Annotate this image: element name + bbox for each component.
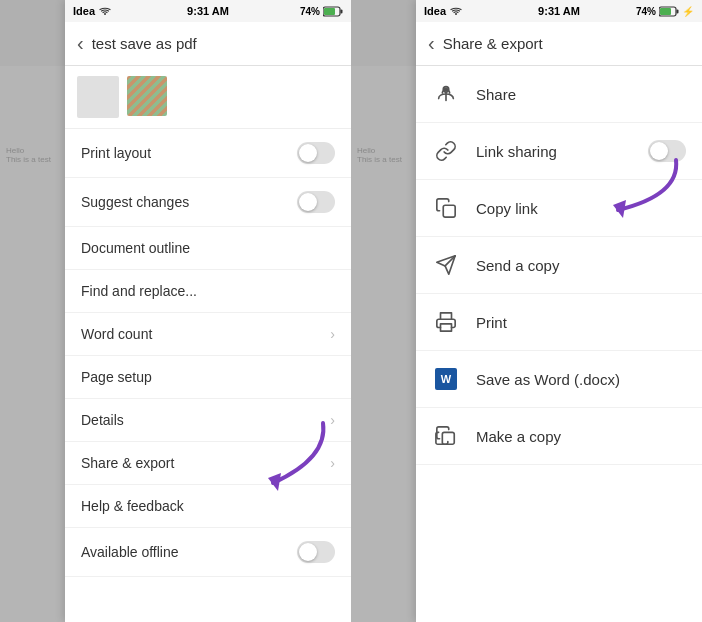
right-back-button[interactable]: ‹: [428, 32, 435, 55]
word-count-chevron: ›: [330, 326, 335, 342]
word-count-label: Word count: [81, 326, 152, 342]
share-item-send-copy[interactable]: Send a copy: [416, 237, 702, 294]
menu-item-find-replace[interactable]: Find and replace...: [65, 270, 351, 313]
link-icon: [432, 137, 460, 165]
right-doc-background: Hello This is a test: [351, 66, 416, 622]
suggest-changes-toggle[interactable]: [297, 191, 335, 213]
charging-indicator: ⚡: [682, 6, 694, 17]
copy-link-icon: [432, 194, 460, 222]
share-item-print[interactable]: Print: [416, 294, 702, 351]
right-top-bar: ‹ Share & export: [416, 22, 702, 66]
right-carrier: Idea: [424, 5, 462, 17]
left-doc-background: Hello This is a test: [0, 66, 65, 622]
share-item-save-word[interactable]: W Save as Word (.docx): [416, 351, 702, 408]
right-menu-list: Share Link sharing: [416, 66, 702, 465]
menu-item-share-export[interactable]: Share & export ›: [65, 442, 351, 485]
send-copy-icon: [432, 251, 460, 279]
right-wifi-icon: [450, 6, 462, 16]
right-battery-icon: [659, 6, 679, 17]
share-export-chevron: ›: [330, 455, 335, 471]
link-sharing-label: Link sharing: [476, 143, 648, 160]
left-panel: Hello This is a test Idea 9:31 AM 74%: [0, 0, 351, 622]
svg-point-7: [445, 88, 448, 91]
make-copy-label: Make a copy: [476, 428, 686, 445]
send-copy-label: Send a copy: [476, 257, 686, 274]
available-offline-label: Available offline: [81, 544, 179, 560]
svg-rect-5: [677, 9, 679, 13]
svg-rect-13: [441, 324, 452, 331]
right-battery-info: 74% ⚡: [636, 6, 694, 17]
print-icon: [432, 308, 460, 336]
menu-item-available-offline[interactable]: Available offline: [65, 528, 351, 577]
print-label: Print: [476, 314, 686, 331]
left-top-bar: ‹ test save as pdf: [65, 22, 351, 66]
wifi-icon: [99, 6, 111, 16]
suggest-changes-label: Suggest changes: [81, 194, 189, 210]
battery-percent: 74%: [300, 6, 320, 17]
details-chevron: ›: [330, 412, 335, 428]
page-setup-label: Page setup: [81, 369, 152, 385]
svg-rect-1: [341, 9, 343, 13]
share-export-label: Share & export: [81, 455, 174, 471]
menu-item-print-layout[interactable]: Print layout: [65, 129, 351, 178]
menu-item-help-feedback[interactable]: Help & feedback: [65, 485, 351, 528]
share-item-share[interactable]: Share: [416, 66, 702, 123]
available-offline-toggle[interactable]: [297, 541, 335, 563]
share-item-copy-link[interactable]: Copy link: [416, 180, 702, 237]
carrier-text: Idea: [73, 5, 95, 17]
menu-item-word-count[interactable]: Word count ›: [65, 313, 351, 356]
svg-rect-2: [324, 8, 335, 15]
doc-thumb-2: [127, 76, 167, 116]
share-label: Share: [476, 86, 686, 103]
share-icon: [432, 80, 460, 108]
svg-rect-10: [443, 205, 455, 217]
find-replace-label: Find and replace...: [81, 283, 197, 299]
right-carrier-text: Idea: [424, 5, 446, 17]
save-word-label: Save as Word (.docx): [476, 371, 686, 388]
battery-icon: [323, 6, 343, 17]
print-layout-label: Print layout: [81, 145, 151, 161]
menu-item-page-setup[interactable]: Page setup: [65, 356, 351, 399]
left-back-button[interactable]: ‹: [77, 32, 84, 55]
right-battery-percent: 74%: [636, 6, 656, 17]
left-carrier: Idea: [73, 5, 111, 17]
doc-thumb-1: [77, 76, 119, 118]
left-menu-list: Print layout Suggest changes Document ou…: [65, 129, 351, 577]
make-copy-icon: [432, 422, 460, 450]
share-item-make-copy[interactable]: Make a copy: [416, 408, 702, 465]
print-layout-toggle[interactable]: [297, 142, 335, 164]
doc-preview: [65, 66, 351, 129]
menu-item-document-outline[interactable]: Document outline: [65, 227, 351, 270]
word-icon: W: [432, 365, 460, 393]
left-title: test save as pdf: [92, 35, 339, 52]
help-feedback-label: Help & feedback: [81, 498, 184, 514]
right-time: 9:31 AM: [538, 5, 580, 17]
menu-item-details[interactable]: Details ›: [65, 399, 351, 442]
document-outline-label: Document outline: [81, 240, 190, 256]
svg-rect-6: [660, 8, 671, 15]
right-title: Share & export: [443, 35, 690, 52]
right-doc-text: Hello This is a test: [351, 66, 416, 164]
right-panel: Hello This is a test Idea 9:31 AM 74%: [351, 0, 702, 622]
left-time: 9:31 AM: [187, 5, 229, 17]
left-status-bar: Idea 9:31 AM 74%: [65, 0, 351, 22]
copy-link-label: Copy link: [476, 200, 686, 217]
right-status-bar: Idea 9:31 AM 74% ⚡: [416, 0, 702, 22]
left-battery-info: 74%: [300, 6, 343, 17]
left-doc-text: Hello This is a test: [0, 66, 65, 164]
word-logo: W: [435, 368, 457, 390]
menu-item-suggest-changes[interactable]: Suggest changes: [65, 178, 351, 227]
share-item-link-sharing[interactable]: Link sharing: [416, 123, 702, 180]
details-label: Details: [81, 412, 124, 428]
link-sharing-toggle[interactable]: [648, 140, 686, 162]
